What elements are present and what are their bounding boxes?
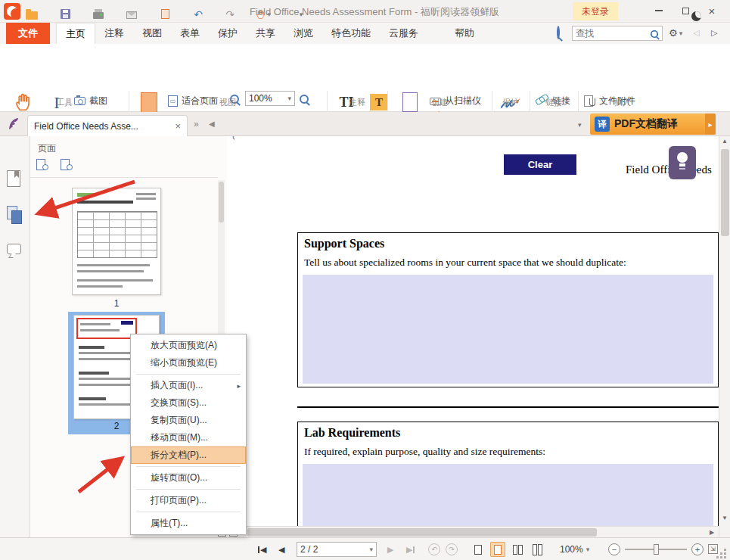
page-number-combo[interactable]: 2 / 2 ▾ [297,542,377,557]
zoom-plus-button[interactable]: + [691,543,704,555]
find-button[interactable] [557,27,560,38]
facing-page-button[interactable] [510,542,525,557]
thumb-zoom-out-button[interactable] [61,159,70,173]
fit-window-button[interactable]: ⇲ [708,544,718,554]
thumb2-navy-bar [121,321,133,325]
maximize-button[interactable] [676,2,695,19]
tab-cloud[interactable]: 云服务 [380,23,427,44]
menu-item-label: 移动页面(M)... [151,431,208,444]
ribbon-prev-button[interactable]: ◁ [693,28,699,38]
page-indicator: 2 / 2 [300,544,318,555]
scroll-down-icon[interactable]: ▼ [719,515,730,521]
print-button[interactable] [91,6,106,23]
tab-file[interactable]: 文件 [6,23,50,44]
save-button[interactable] [57,6,73,23]
settings-button[interactable]: ⚙ ▾ [669,27,682,39]
vertical-scrollbar-thumb[interactable] [721,149,729,236]
tab-help[interactable]: 帮助 [446,23,483,44]
tab-features[interactable]: 特色功能 [322,23,380,44]
zoom-level-combo[interactable]: 100% ▾ [560,544,589,555]
thumb1-line [77,270,144,272]
tab-close-icon[interactable]: × [175,120,181,132]
close-icon: × [709,5,716,17]
next-view-button[interactable]: ↷ [446,543,458,555]
tab-browse[interactable]: 浏览 [284,23,322,44]
translate-expand-icon[interactable]: ▸ [705,114,716,135]
first-page-bar [258,546,259,553]
menu-item-properties[interactable]: 属性(T)... [131,515,246,532]
undo-button[interactable]: ↶ [191,6,206,23]
panel-collapse-icon[interactable]: ◀ [209,120,215,128]
quill-icon[interactable] [8,117,20,133]
email-button[interactable] [124,6,139,23]
pages-panel-button[interactable] [7,206,23,224]
document-tab-title: Field Office Needs Asse... [34,121,170,132]
continuous-page-button[interactable] [490,542,505,557]
maximize-icon [682,8,689,14]
ribbon-next-button[interactable]: ▷ [711,28,717,38]
menu-item-rotate-pages[interactable]: 旋转页面(O)... [131,469,246,487]
tab-view[interactable]: 视图 [133,23,171,44]
document-tab[interactable]: Field Office Needs Asse... × [27,115,188,136]
tab-share[interactable]: 共享 [247,23,284,44]
menu-item-insert-pages[interactable]: 插入页面(I)...▸ [131,377,246,394]
scroll-up-icon[interactable]: ▲ [719,138,730,145]
foxit-logo [4,3,20,20]
men u-item-split-document[interactable]: 拆分文档(P)... [131,446,246,464]
ribbon-tabs: 文件 主页 注释 视图 表单 保护 共享 浏览 特色功能 云服务 帮助 [6,23,483,44]
menu-item-move-pages[interactable]: 移动页面(M)... [131,429,246,446]
ribbon: 手型 工具 I 选择▾ 截图 剪贴板 ▾ 工具 实际 大小 ▭ 适合页面 ↔ 适… [0,44,730,112]
zoom-slider-track[interactable] [625,549,687,550]
tab-protect[interactable]: 保护 [209,23,247,44]
login-button[interactable]: 未登录 [573,2,618,20]
zoom-minus-button[interactable]: − [608,543,620,555]
tab-overflow-icon[interactable]: » [194,119,199,129]
close-button[interactable]: × [702,2,722,19]
clear-form-button[interactable]: Clear [504,154,576,175]
zoom-slider-thumb[interactable] [654,544,659,555]
minimize-button[interactable] [649,2,669,19]
group-label-insert: 插入 [578,97,667,108]
horizontal-scrollbar[interactable]: ◀ ▶ [235,526,719,537]
tab-form[interactable]: 表单 [171,23,209,44]
lightbulb-base-line [679,168,685,170]
search-input[interactable] [576,28,650,39]
pdf-translate-button[interactable]: 译 PDF文档翻译 ▸ [590,114,716,135]
comments-panel-button[interactable] [7,242,23,260]
menu-item-zoom-out-preview[interactable]: 缩小页面预览(E) [131,354,246,372]
tab-home[interactable]: 主页 [56,23,95,44]
last-page-button[interactable]: ▶ [406,545,415,555]
support-spaces-field[interactable] [303,275,713,384]
horizontal-scrollbar-thumb[interactable] [247,528,597,537]
thumb2-bold-line [79,346,104,349]
thumb2-bold-line [79,397,106,400]
vertical-scrollbar[interactable]: ▲ ▼ [719,136,730,537]
lab-requirements-field[interactable] [303,464,713,526]
prev-page-button[interactable]: ◀ [278,545,284,555]
menu-item-swap-pages[interactable]: 交换页面(S)... [131,394,246,412]
page-1-thumbnail[interactable] [72,188,161,295]
menu-item-print-pages[interactable]: 打印页面(P)... [131,492,246,509]
bookmarks-panel-button[interactable] [7,170,23,188]
scroll-right-icon[interactable]: ▶ [710,529,714,536]
prev-view-button[interactable]: ↶ [428,543,440,555]
panel-scrollbar-thumb[interactable] [219,182,224,222]
open-folder-icon [26,11,38,20]
facing-icon [518,545,523,555]
open-file-button[interactable] [24,6,39,23]
status-bar: ◀ ◀ 2 / 2 ▾ ▶ ▶ ↶ ↷ 100% ▾ − + ⇲ [0,537,730,560]
redo-button[interactable]: ↷ [222,6,238,23]
next-page-button[interactable]: ▶ [387,545,393,555]
thumb1-line [77,285,123,288]
tab-comment[interactable]: 注释 [95,23,133,44]
single-page-button[interactable] [471,542,486,557]
doc-options-icon[interactable]: ▾ [578,121,582,129]
menu-item-copy-pages[interactable]: 复制页面(U)... [131,412,246,429]
first-page-button[interactable]: ◀ [258,545,266,555]
thumb-zoom-in-button[interactable] [36,159,45,173]
quick-tool-button[interactable] [157,6,172,23]
section-title: Support Spaces [304,237,384,250]
assistant-lightbulb-button[interactable] [669,146,696,179]
menu-item-zoom-in-preview[interactable]: 放大页面预览(A) [131,337,246,354]
continuous-facing-button[interactable] [530,542,545,557]
